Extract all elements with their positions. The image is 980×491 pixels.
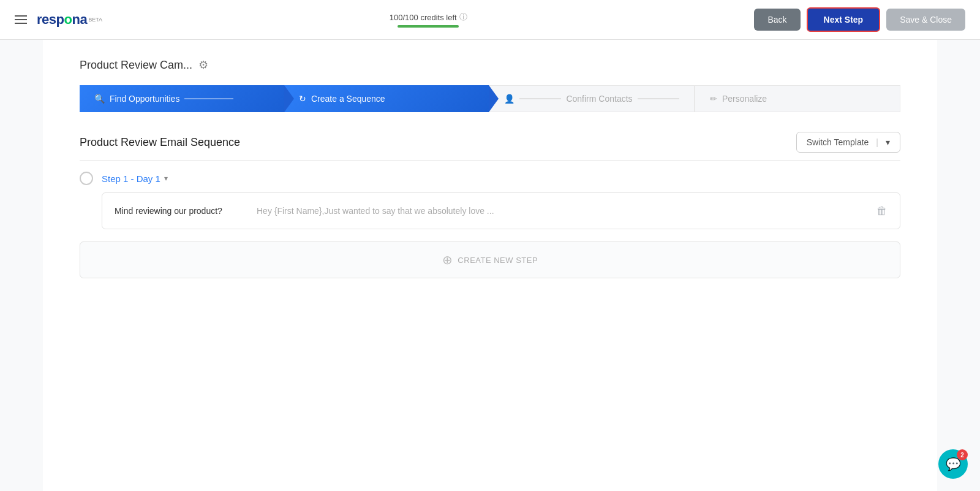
- email-preview: Hey {First Name},Just wanted to say that…: [257, 206, 869, 216]
- campaign-title: Product Review Cam...: [80, 59, 192, 72]
- divider: |: [876, 137, 878, 147]
- step-contacts-label: Confirm Contacts: [566, 94, 632, 104]
- switch-template-button[interactable]: Switch Template | ▾: [796, 132, 900, 153]
- step-line-1: [184, 98, 233, 99]
- logo: respona BETA: [37, 12, 102, 28]
- step-sequence-label: Create a Sequence: [311, 94, 385, 104]
- credits-section: 100/100 credits left ⓘ: [390, 12, 467, 28]
- switch-template-label: Switch Template: [807, 137, 869, 147]
- search-icon: 🔍: [94, 94, 105, 104]
- contacts-icon: 👤: [504, 94, 514, 104]
- header-left: respona BETA: [15, 12, 102, 28]
- step-confirm-contacts[interactable]: 👤 Confirm Contacts: [489, 85, 695, 112]
- step-create-sequence[interactable]: ↻ Create a Sequence: [284, 85, 489, 112]
- save-close-button[interactable]: Save & Close: [886, 9, 965, 31]
- sequence-icon: ↻: [299, 94, 306, 104]
- step-personalize-label: Personalize: [722, 94, 767, 104]
- gear-icon[interactable]: ⚙: [198, 58, 208, 72]
- step-find-label: Find Opportunities: [110, 94, 179, 104]
- logo-beta: BETA: [88, 17, 102, 23]
- info-icon: ⓘ: [459, 12, 467, 23]
- plus-circle-icon: ⊕: [442, 253, 453, 267]
- email-card[interactable]: Mind reviewing our product? Hey {First N…: [102, 192, 900, 229]
- credits-text: 100/100 credits left ⓘ: [390, 12, 467, 23]
- step-1-row: Step 1 - Day 1 ▾: [80, 172, 900, 185]
- step-find-opportunities[interactable]: 🔍 Find Opportunities: [80, 85, 284, 112]
- logo-text: respona: [37, 12, 87, 28]
- step-1-label[interactable]: Step 1 - Day 1 ▾: [102, 173, 168, 184]
- header-actions: Back Next Step Save & Close: [754, 7, 965, 32]
- credits-bar: [398, 25, 459, 28]
- chevron-down-icon: ▾: [886, 137, 890, 147]
- step-line-2: [519, 98, 561, 99]
- hamburger-menu-icon[interactable]: [15, 15, 27, 24]
- chat-bubble-button[interactable]: 💬 2: [938, 449, 968, 479]
- sequence-title: Product Review Email Sequence: [80, 136, 240, 149]
- create-new-step-button[interactable]: ⊕ CREATE NEW STEP: [80, 242, 900, 278]
- personalize-icon: ✏: [710, 94, 717, 104]
- header: respona BETA 100/100 credits left ⓘ Back…: [0, 0, 980, 40]
- delete-icon[interactable]: 🗑: [876, 205, 888, 218]
- chevron-down-icon: ▾: [164, 174, 168, 183]
- sequence-section-header: Product Review Email Sequence Switch Tem…: [80, 132, 900, 161]
- chat-badge: 2: [957, 449, 968, 460]
- create-step-label: CREATE NEW STEP: [458, 256, 538, 265]
- step-line-3: [638, 98, 679, 99]
- next-step-button[interactable]: Next Step: [807, 7, 881, 32]
- credits-fill: [398, 25, 459, 28]
- main-content: Product Review Cam... ⚙ 🔍 Find Opportuni…: [43, 40, 937, 491]
- step-personalize[interactable]: ✏ Personalize: [695, 85, 900, 112]
- email-subject: Mind reviewing our product?: [115, 206, 249, 216]
- campaign-title-row: Product Review Cam... ⚙: [80, 58, 900, 72]
- step-1-circle[interactable]: [80, 172, 93, 185]
- steps-progress-bar: 🔍 Find Opportunities ↻ Create a Sequence…: [80, 85, 900, 112]
- back-button[interactable]: Back: [754, 9, 800, 31]
